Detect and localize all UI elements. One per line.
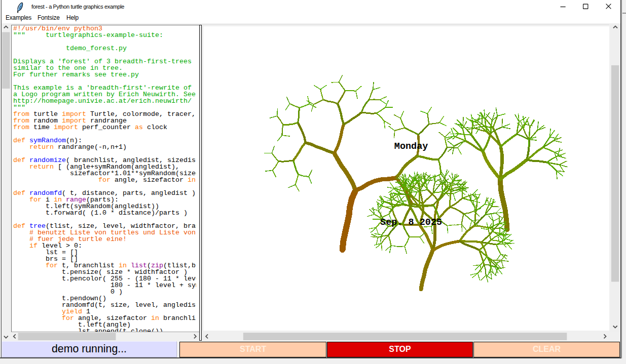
svg-text:Sep. 8 2025: Sep. 8 2025 [380,217,442,228]
svg-text:Monday: Monday [394,141,428,152]
